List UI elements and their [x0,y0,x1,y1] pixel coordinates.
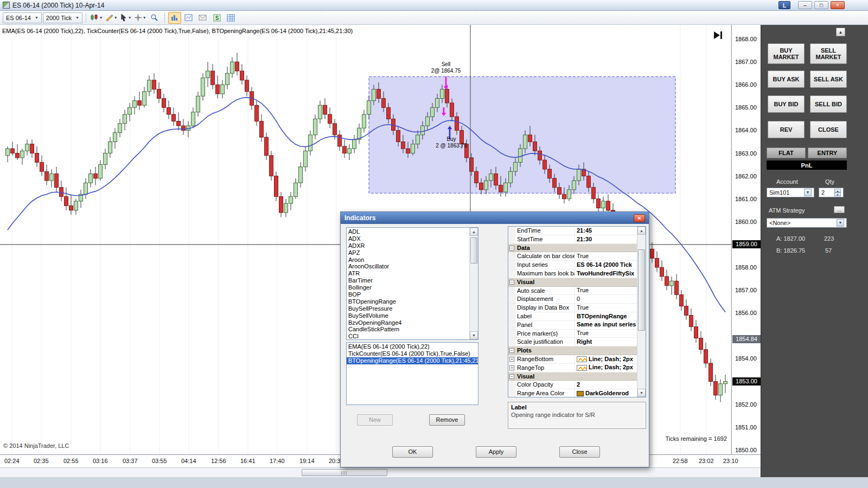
panel-scroll-up-button[interactable]: ▲ [836,28,845,36]
indicator-list-item[interactable]: BuySellVolume [347,312,469,319]
chevron-down-icon[interactable]: ▼ [837,219,844,227]
collapse-icon[interactable]: − [509,246,514,251]
scroll-up-icon[interactable]: ▲ [470,228,478,236]
property-row[interactable]: StartTime21:30 [508,235,637,244]
property-grid[interactable]: EndTime21:45StartTime21:30−DataCalculate… [508,226,646,397]
property-row[interactable]: +RangeTopLine; Dash; 2px [508,364,637,373]
collapse-icon[interactable]: − [509,348,514,353]
scrollbar-thumb[interactable] [302,469,387,476]
configured-indicators-list[interactable]: EMA(ES 06-14 (2000 Tick),22)TickCounter(… [346,342,478,405]
property-row[interactable]: Color Opacity2 [508,381,637,389]
list-scrollbar[interactable]: ▲ ▼ [469,228,478,339]
property-row[interactable]: Input seriesES 06-14 (2000 Tick [508,261,637,269]
property-value[interactable]: Right [575,338,637,346]
spin-down-icon[interactable]: ▼ [834,192,841,196]
expand-icon[interactable]: + [509,365,514,370]
go-to-last-bar-icon[interactable] [714,31,722,39]
buy-ask-button[interactable]: BUY ASK [768,70,805,88]
indicator-list-item[interactable]: BOP [347,291,469,298]
instrument-select[interactable]: ES 06-14▼ [3,12,42,23]
indicator-list-item[interactable]: ADL [347,228,469,235]
property-row[interactable]: LabelBTOpeningRange [508,312,637,321]
zoom-button[interactable] [148,12,161,24]
spin-up-icon[interactable]: ▲ [834,189,841,192]
sell-bid-button[interactable]: SELL BID [810,95,847,113]
new-button[interactable]: New [357,414,393,426]
sell-ask-button[interactable]: SELL ASK [810,70,847,88]
indicator-list-item[interactable]: BarTimer [347,277,469,284]
scroll-down-icon[interactable]: ▼ [470,331,478,339]
property-row[interactable]: Calculate on bar closeTrue [508,252,637,261]
chart-type-button[interactable]: ▼ [90,12,104,24]
buy-market-button[interactable]: BUY MARKET [768,43,805,64]
indicator-list-item[interactable]: CandleStickPattern [347,326,469,333]
property-section-row[interactable]: −Plots [508,346,637,355]
property-value[interactable]: Line; Dash; 2px [575,364,637,372]
rev-button[interactable]: REV [768,121,805,138]
property-row[interactable]: Display in Data BoxTrue [508,304,637,312]
remove-button[interactable]: Remove [429,414,465,426]
dialog-close-icon[interactable]: ✕ [634,214,645,222]
grid-scrollbar[interactable]: ▲ ▼ [637,227,646,397]
indicator-list-item[interactable]: BzvOpeningRange4 [347,319,469,326]
property-value[interactable]: 0 [575,295,637,303]
indicator-list-item[interactable]: BTOpeningRange [347,298,469,305]
property-value[interactable]: 21:45 [575,227,637,235]
property-row[interactable]: Displacement0 [508,295,637,304]
minimize-button[interactable]: – [798,1,812,9]
crosshair-button[interactable]: ▼ [133,12,147,24]
sell-market-button[interactable]: SELL MARKET [810,43,847,64]
property-row[interactable]: Price marker(s)True [508,330,637,338]
atm-strategy-select[interactable]: <None>▼ [767,218,847,228]
configured-indicator-item[interactable]: TickCounter(ES 06-14 (2000 Tick),True,Fa… [347,350,478,357]
property-value[interactable]: 2 [575,381,637,389]
atm-more-button[interactable]: ... [834,206,845,213]
indicator-list-item[interactable]: ATR [347,270,469,277]
qty-stepper[interactable]: 2 ▲▼ [819,188,844,197]
account-select[interactable]: Sim101▼ [767,188,814,197]
indicator-list-item[interactable]: AroonOscillator [347,263,469,270]
cursor-button[interactable]: ▼ [119,12,132,24]
chevron-down-icon[interactable]: ▼ [804,189,812,196]
configured-indicator-item[interactable]: BTOpeningRange(ES 06-14 (2000 Tick),21:4… [347,357,478,364]
property-section-row[interactable]: −Visual [508,373,637,381]
property-row[interactable]: Scale justificationRight [508,338,637,346]
property-row[interactable]: PanelSame as input series [508,321,637,330]
property-section-row[interactable]: −Visual [508,278,637,287]
property-value[interactable]: BTOpeningRange [575,312,637,320]
ok-button[interactable]: OK [392,446,433,458]
chart-style-panel-button[interactable] [182,12,195,24]
property-value[interactable]: True [575,287,637,295]
maximize-button[interactable]: □ [814,1,828,9]
apply-button[interactable]: Apply [476,446,516,458]
property-value[interactable]: True [575,330,637,338]
configured-indicator-item[interactable]: EMA(ES 06-14 (2000 Tick),22) [347,343,478,350]
property-value[interactable]: Line; Dash; 2px [575,355,637,363]
indicator-list-item[interactable]: Bollinger [347,284,469,291]
property-value[interactable]: DarkGoldenrod [575,389,637,397]
scrollbar-thumb[interactable] [470,237,477,264]
interval-select[interactable]: 2000 Tick▼ [43,12,82,23]
buy-bid-button[interactable]: BUY BID [768,95,805,113]
chart-style-bars-button[interactable] [168,12,181,24]
property-value[interactable]: True [575,252,637,260]
property-row[interactable]: Auto scaleTrue [508,287,637,296]
draw-tools-button[interactable]: ▼ [105,12,118,24]
property-row[interactable]: Range Area ColorDarkGoldenrod [508,389,637,397]
property-value[interactable]: ES 06-14 (2000 Tick [575,261,637,269]
property-row[interactable]: +RangeBottomLine; Dash; 2px [508,355,637,364]
price-axis[interactable]: 1868.001867.001866.001865.001864.001863.… [731,25,761,454]
expand-icon[interactable]: + [509,357,514,362]
property-section-row[interactable]: −Data [508,244,637,253]
data-grid-button[interactable] [225,12,238,24]
indicator-list-item[interactable]: CCI [347,333,469,339]
collapse-icon[interactable]: − [509,280,514,285]
property-value[interactable]: Same as input series [575,321,637,329]
dialog-titlebar[interactable]: Indicators ✕ [341,212,649,224]
snapshot-button[interactable] [196,12,209,24]
indicator-list-item[interactable]: ADXR [347,242,469,249]
property-value[interactable]: TwoHundredFiftySix [575,269,637,278]
property-row[interactable]: EndTime21:45 [508,227,637,235]
close-window-button[interactable]: × [831,1,845,9]
scroll-up-icon[interactable]: ▲ [637,227,646,235]
